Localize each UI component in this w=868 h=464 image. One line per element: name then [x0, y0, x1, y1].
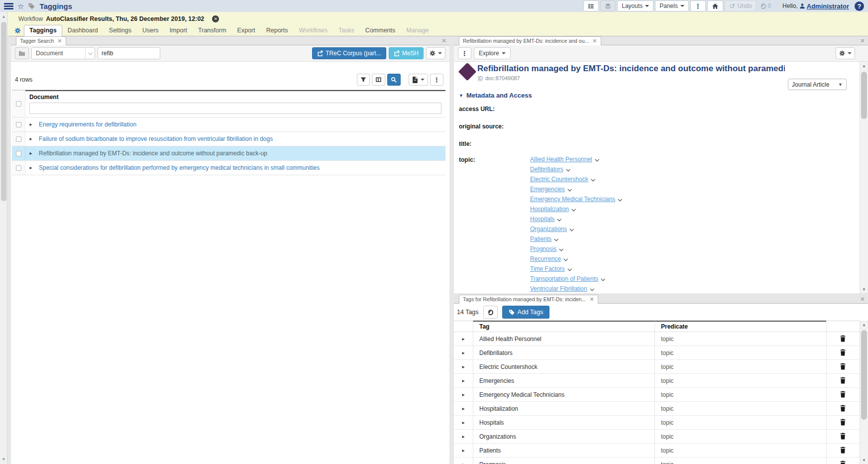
- scrollbar-thumb[interactable]: [861, 330, 867, 420]
- tag-row[interactable]: ▸ Emergency Medical Technicians topic: [454, 388, 860, 402]
- expand-arrow-icon[interactable]: ▸: [462, 406, 464, 411]
- tag-row[interactable]: ▸ Prognosis topic: [454, 458, 860, 464]
- filter-button[interactable]: [357, 74, 370, 86]
- expand-arrow-icon[interactable]: ▸: [462, 434, 464, 439]
- nav-tab[interactable]: Export: [232, 25, 261, 36]
- layers-button[interactable]: [600, 0, 616, 11]
- chevron-down-icon[interactable]: [591, 177, 595, 181]
- panel-close-icon[interactable]: ✕: [860, 37, 865, 44]
- chevron-down-icon[interactable]: [567, 267, 571, 271]
- export-button[interactable]: [409, 74, 428, 86]
- scrollbar-thumb[interactable]: [861, 72, 867, 119]
- delete-tag-button[interactable]: [840, 447, 847, 454]
- expand-arrow-icon[interactable]: ▸: [462, 378, 464, 383]
- topic-link[interactable]: Emergency Medical Technicians: [530, 196, 615, 203]
- row-checkbox[interactable]: [16, 122, 21, 127]
- nav-tab[interactable]: Tasks: [333, 25, 360, 36]
- chevron-down-icon[interactable]: [590, 287, 594, 291]
- window-scrollbar[interactable]: ▲ ▼: [0, 12, 7, 464]
- row-checkbox[interactable]: [16, 136, 21, 142]
- delete-tag-button[interactable]: [840, 391, 847, 398]
- home-button[interactable]: [707, 0, 723, 11]
- chevron-down-icon[interactable]: [563, 257, 567, 261]
- row-checkbox[interactable]: [16, 151, 21, 156]
- scroll-down-icon[interactable]: ▼: [0, 456, 7, 463]
- chevron-down-icon[interactable]: [572, 207, 576, 211]
- tag-row[interactable]: ▸ Defibrillators topic: [454, 346, 860, 360]
- topic-link[interactable]: Time Factors: [530, 265, 565, 272]
- expand-arrow-icon[interactable]: ▸: [462, 420, 464, 425]
- favorite-star-icon[interactable]: ☆: [17, 2, 24, 10]
- topic-link[interactable]: Organizations: [530, 226, 567, 232]
- nav-tab[interactable]: Settings: [104, 25, 137, 36]
- section-metadata-access[interactable]: ▼ Metadata and Access: [454, 90, 860, 104]
- document-link[interactable]: Special considerations for defibrillatio…: [36, 161, 445, 175]
- nav-tab[interactable]: Users: [137, 25, 164, 36]
- topic-link[interactable]: Allied Health Personnel: [530, 156, 592, 163]
- document-link[interactable]: Energy requirements for defibrillation: [36, 117, 445, 131]
- scroll-down-icon[interactable]: ▼: [860, 456, 868, 464]
- expand-arrow-icon[interactable]: ▸: [29, 165, 32, 170]
- chevron-down-icon[interactable]: [595, 157, 599, 161]
- chevron-down-icon[interactable]: [566, 167, 570, 171]
- topic-link[interactable]: Hospitalization: [530, 206, 569, 213]
- nav-tab[interactable]: Workflows: [293, 25, 332, 36]
- document-row[interactable]: ▸ Special considerations for defibrillat…: [12, 160, 445, 175]
- expand-arrow-icon[interactable]: ▸: [462, 392, 464, 397]
- scroll-up-icon[interactable]: ▲: [0, 13, 7, 20]
- expand-arrow-icon[interactable]: ▸: [29, 151, 32, 156]
- topic-link[interactable]: Recurrence: [530, 255, 561, 262]
- tag-row[interactable]: ▸ Organizations topic: [454, 430, 860, 444]
- tags-scrollbar[interactable]: ▲ ▼: [860, 321, 868, 464]
- expand-arrow-icon[interactable]: ▸: [462, 364, 464, 369]
- tab-tags[interactable]: Tags for Refibrillation managed by EMT-D…: [459, 295, 598, 304]
- scroll-up-icon[interactable]: ▲: [860, 321, 868, 329]
- menu-icon[interactable]: [4, 3, 13, 9]
- undo-button[interactable]: ↺Undo: [725, 0, 756, 11]
- table-menu-button[interactable]: ⋮: [430, 74, 443, 86]
- delete-tag-button[interactable]: [840, 363, 847, 370]
- search-options-button[interactable]: [426, 47, 445, 59]
- delete-tag-button[interactable]: [840, 335, 847, 343]
- settings-gear-icon[interactable]: [14, 27, 21, 34]
- panel-close-icon[interactable]: ✕: [441, 37, 446, 44]
- columns-button[interactable]: [372, 74, 385, 86]
- nav-tab[interactable]: Reports: [261, 25, 294, 36]
- search-input[interactable]: [98, 47, 160, 59]
- tag-row[interactable]: ▸ Hospitalization topic: [454, 402, 860, 416]
- refresh-button[interactable]: [483, 306, 498, 319]
- nav-tab[interactable]: Dashboard: [62, 25, 104, 36]
- topic-link[interactable]: Electric Countershock: [530, 176, 588, 183]
- panel-close-icon[interactable]: ✕: [860, 296, 865, 303]
- scroll-down-icon[interactable]: ▼: [860, 285, 868, 293]
- expand-arrow-icon[interactable]: ▸: [462, 448, 464, 453]
- panel-menu-button[interactable]: ⋮: [458, 47, 471, 59]
- scrollbar-thumb[interactable]: [1, 22, 6, 201]
- chevron-down-icon[interactable]: [567, 187, 571, 191]
- panel-options-button[interactable]: [836, 47, 855, 59]
- column-filter-input[interactable]: [29, 103, 441, 114]
- topic-link[interactable]: Defibrillators: [530, 166, 563, 173]
- expand-arrow-icon[interactable]: ▸: [462, 337, 464, 342]
- topic-link[interactable]: Patients: [530, 235, 551, 242]
- document-link[interactable]: Failure of sodium bicarbonate to improve…: [36, 132, 445, 146]
- explore-button[interactable]: Explore: [474, 47, 511, 59]
- tag-row[interactable]: ▸ Electric Countershock topic: [454, 360, 860, 374]
- workflow-close-button[interactable]: ✕: [212, 15, 219, 22]
- tag-row[interactable]: ▸ Emergencies topic: [454, 374, 860, 388]
- add-tags-button[interactable]: Add Tags: [502, 306, 550, 319]
- topic-link[interactable]: Emergencies: [530, 186, 565, 193]
- chevron-down-icon[interactable]: [559, 247, 563, 251]
- topic-link[interactable]: Transportation of Patients: [530, 275, 598, 282]
- mesh-button[interactable]: MeSH: [389, 47, 424, 59]
- delete-tag-button[interactable]: [840, 349, 847, 356]
- expand-arrow-icon[interactable]: ▸: [29, 136, 32, 141]
- chevron-down-icon[interactable]: [601, 277, 605, 281]
- chevron-down-icon[interactable]: [557, 217, 561, 221]
- layouts-button[interactable]: Layouts: [617, 0, 653, 11]
- close-icon[interactable]: ✕: [589, 297, 594, 302]
- close-icon[interactable]: ✕: [57, 39, 62, 43]
- tab-document-detail[interactable]: Refibrillation managed by EMT-Ds: incide…: [459, 36, 601, 45]
- entity-type-select[interactable]: Document: [31, 47, 95, 59]
- sync-status[interactable]: 0: [758, 2, 774, 9]
